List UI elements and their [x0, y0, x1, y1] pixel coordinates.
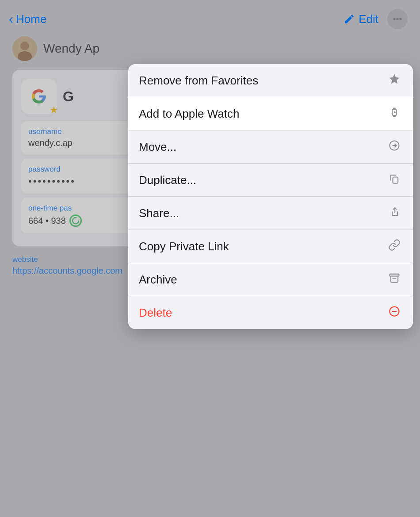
svg-rect-5: [393, 108, 396, 110]
menu-item-add-apple-watch-label: Add to Apple Watch: [139, 107, 239, 121]
menu-item-move-label: Move...: [139, 140, 176, 154]
menu-item-remove-favorites-label: Remove from Favorites: [139, 74, 258, 88]
apple-watch-icon: [386, 106, 402, 121]
context-menu: Remove from Favorites Add to Apple Watch…: [128, 64, 413, 329]
svg-rect-11: [390, 274, 399, 276]
menu-item-move[interactable]: Move...: [128, 130, 413, 164]
menu-item-archive[interactable]: Archive: [128, 263, 413, 296]
move-icon: [386, 139, 402, 154]
menu-item-copy-private-link[interactable]: Copy Private Link: [128, 230, 413, 263]
menu-item-duplicate-label: Duplicate...: [139, 173, 196, 187]
link-icon: [386, 239, 402, 254]
menu-item-add-apple-watch[interactable]: Add to Apple Watch: [128, 97, 413, 130]
menu-item-share[interactable]: Share...: [128, 197, 413, 230]
svg-rect-10: [393, 177, 398, 184]
duplicate-icon: [386, 172, 402, 188]
menu-item-archive-label: Archive: [139, 273, 177, 287]
svg-rect-6: [393, 115, 396, 117]
share-icon: [386, 206, 402, 221]
menu-item-share-label: Share...: [139, 207, 179, 220]
archive-icon: [386, 272, 402, 287]
menu-item-copy-private-link-label: Copy Private Link: [139, 240, 229, 253]
menu-item-duplicate[interactable]: Duplicate...: [128, 164, 413, 197]
menu-item-remove-favorites[interactable]: Remove from Favorites: [128, 64, 413, 97]
menu-item-delete-label: Delete: [139, 306, 172, 320]
delete-icon: [386, 305, 402, 320]
star-filled-icon: [386, 73, 402, 88]
menu-item-delete[interactable]: Delete: [128, 296, 413, 329]
